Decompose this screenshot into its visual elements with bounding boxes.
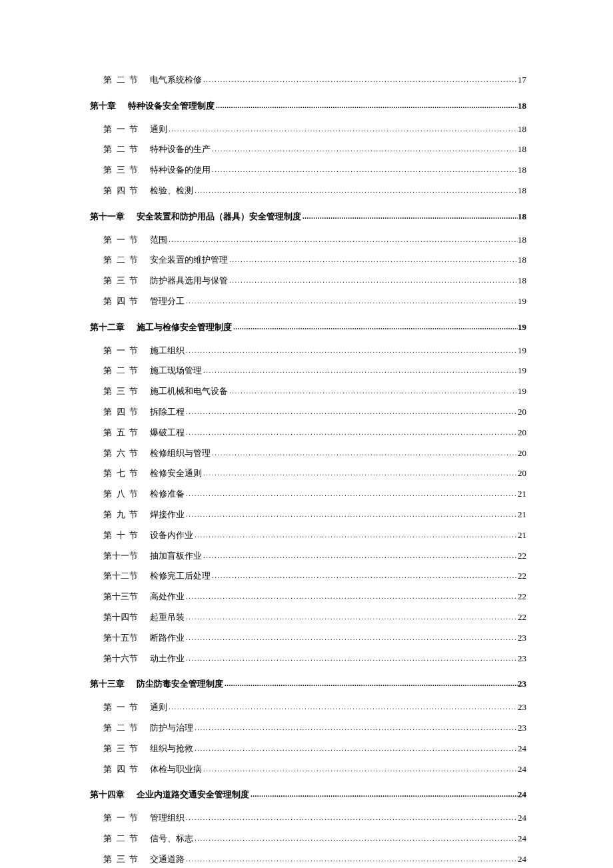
toc-entry-page: 23 [518,721,526,735]
toc-entry-label: 第十节 [103,529,138,543]
toc-chapter-row: 第十章特种设备安全管理制度...........................… [90,99,526,113]
toc-entry-label: 第四节 [103,763,138,777]
toc-entry-page: 24 [518,763,526,777]
toc-entry-page: 23 [518,677,526,691]
toc-entry-title: 抽加盲板作业 [150,549,202,563]
toc-entry-page: 18 [518,210,526,224]
toc-entry-label: 第二节 [103,832,138,846]
toc-section-row: 第十三节高处作业................................… [103,590,526,604]
toc-entry-page: 23 [518,652,526,666]
toc-leader-dots: ........................................… [202,365,518,377]
toc-section-group: 第一节通则...................................… [90,123,526,198]
toc-leader-dots: ........................................… [193,722,518,734]
toc-entry-title: 安全装置的维护管理 [150,253,228,267]
toc-entry-page: 18 [518,163,526,177]
toc-entry-label: 第二节 [103,364,138,378]
toc-entry-page: 21 [518,487,526,501]
toc-leader-dots: ........................................… [193,833,518,845]
toc-entry-title: 检修组织与管理 [150,447,211,461]
toc-section-row: 第三节交通道路.................................… [103,853,526,867]
toc-entry-page: 24 [518,788,526,802]
toc-entry-page: 18 [518,253,526,267]
toc-entry-page: 21 [518,529,526,543]
toc-entry-label: 第二节 [103,721,138,735]
toc-entry-label: 第七节 [103,467,138,481]
toc-leader-dots: ........................................… [185,488,518,500]
toc-leader-dots: ........................................… [193,743,518,755]
toc-leader-dots: ........................................… [228,275,518,287]
toc-entry-page: 22 [518,611,526,625]
toc-section-row: 第一节通则...................................… [103,123,526,137]
toc-entry-title: 检修完工后处理 [150,569,211,583]
toc-entry-title: 防护器具选用与保管 [150,274,228,288]
toc-leader-dots: ........................................… [202,74,518,86]
toc-entry-title: 体检与职业病 [150,763,202,777]
toc-section-row: 第一节范围...................................… [103,233,526,247]
toc-entry-label: 第十一节 [103,549,138,563]
toc-entry-page: 21 [518,508,526,522]
toc-section-row: 第十二节检修完工后处理.............................… [103,569,526,583]
toc-entry-label: 第十五节 [103,631,138,645]
toc-leader-dots: ........................................… [193,529,518,541]
toc-section-row: 第六节检修组织与管理..............................… [103,447,526,461]
toc-entry-label: 第二节 [103,143,138,157]
toc-entry-page: 22 [518,549,526,563]
toc-section-row: 第一节管理组织.................................… [103,811,526,825]
toc-entry-page: 17 [518,73,526,87]
toc-leader-dots: ........................................… [211,570,518,582]
toc-leader-dots: ........................................… [202,467,518,479]
toc-entry-label: 第十四节 [103,611,138,625]
toc-entry-page: 18 [518,184,526,198]
toc-entry-page: 18 [518,274,526,288]
toc-entry-title: 安全装置和防护用品（器具）安全管理制度 [137,210,301,224]
toc-section-row: 第十四节起重吊装................................… [103,611,526,625]
toc-entry-label: 第三节 [103,274,138,288]
toc-section-row: 第二节防护与治理................................… [103,721,526,735]
toc-entry-label: 第三节 [103,742,138,756]
toc-leader-dots: ........................................… [202,763,518,775]
toc-section-row: 第五节爆破工程.................................… [103,426,526,440]
toc-leader-dots: ........................................… [167,701,518,713]
toc-entry-label: 第一节 [103,811,138,825]
toc-entry-title: 设备内作业 [150,529,193,543]
toc-section-row: 第十一节抽加盲板作业..............................… [103,549,526,563]
toc-entry-title: 高处作业 [150,590,185,604]
toc-entry-title: 特种设备的生产 [150,143,211,157]
toc-entry-title: 电气系统检修 [150,73,202,87]
toc-entry-page: 24 [518,811,526,825]
toc-entry-page: 19 [518,295,526,309]
toc-chapter-row: 第十三章防尘防毒安全管理制度..........................… [90,677,526,691]
toc-leader-dots: ........................................… [211,164,518,176]
toc-section-row: 第一节通则...................................… [103,701,526,715]
toc-leader-dots: ........................................… [193,185,518,197]
toc-entry-title: 断路作业 [150,631,185,645]
toc-entry-label: 第五节 [103,426,138,440]
toc-entry-label: 第十章 [90,99,116,113]
toc-entry-page: 20 [518,426,526,440]
toc-leader-dots: ........................................… [167,234,518,246]
toc-leader-dots: ........................................… [185,632,518,644]
toc-section-row: 第三节特种设备的使用..............................… [103,163,526,177]
toc-leader-dots: ........................................… [228,254,518,266]
toc-entry-title: 特种设备的使用 [150,163,211,177]
toc-entry-title: 检修安全通则 [150,467,202,481]
toc-entry-title: 检修准备 [150,487,185,501]
toc-section-group: 第一节施工组织.................................… [90,344,526,666]
toc-entry-title: 管理分工 [150,295,185,309]
toc-entry-label: 第六节 [103,447,138,461]
toc-leader-dots: ........................................… [211,143,518,155]
toc-entry-page: 18 [518,99,526,113]
toc-entry-page: 22 [518,590,526,604]
toc-entry-title: 防护与治理 [150,721,193,735]
toc-entry-page: 24 [518,853,526,867]
toc-entry-label: 第四节 [103,184,138,198]
toc-entry-label: 第一节 [103,123,138,137]
toc-entry-label: 第二节 [103,73,138,87]
toc-section-row: 第二节信号、标志................................… [103,832,526,846]
toc-entry-label: 第十三节 [103,590,138,604]
toc-entry-label: 第九节 [103,508,138,522]
toc-section-row: 第九节焊接作业.................................… [103,508,526,522]
toc-entry-page: 19 [518,321,526,335]
toc-section-row: 第二节特种设备的生产..............................… [103,143,526,157]
toc-section-row: 第八节检修准备.................................… [103,487,526,501]
